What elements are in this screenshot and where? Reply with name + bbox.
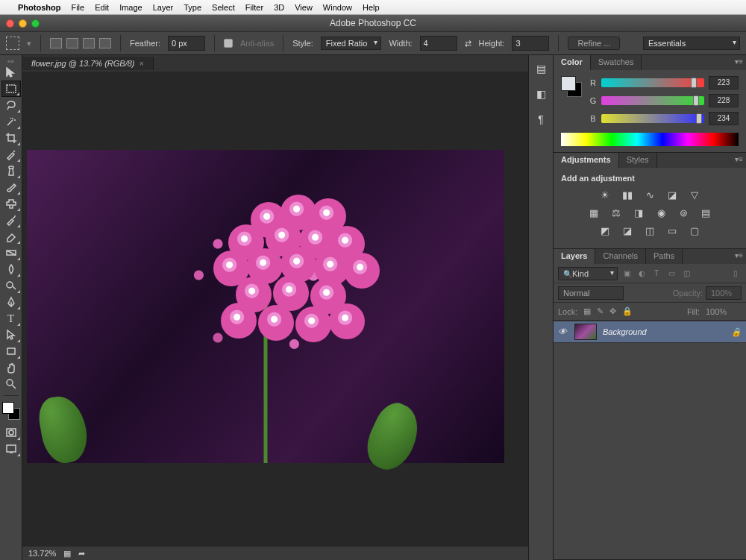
posterize-adjustment-icon[interactable]: ◪	[621, 224, 634, 236]
menu-filter[interactable]: Filter	[245, 3, 263, 12]
filter-adjustment-icon[interactable]: ◐	[636, 269, 648, 278]
curves-adjustment-icon[interactable]: ∿	[643, 189, 656, 201]
current-tool-icon[interactable]	[6, 37, 19, 50]
selection-mode-add[interactable]	[66, 38, 78, 48]
feather-input[interactable]	[168, 36, 205, 51]
exposure-adjustment-icon[interactable]: ◪	[665, 189, 679, 201]
photo-filter-icon[interactable]: ◉	[654, 207, 668, 218]
layers-panel-menu-icon[interactable]: ▾≡	[735, 251, 743, 259]
brush-tool[interactable]	[1, 179, 21, 195]
color-tab[interactable]: Color	[554, 55, 591, 70]
color-swatches[interactable]	[2, 402, 20, 420]
marquee-tool[interactable]	[1, 81, 21, 97]
properties-dock-icon[interactable]: ◧	[533, 88, 548, 100]
hand-tool[interactable]	[1, 359, 21, 376]
menu-type[interactable]: Type	[184, 3, 201, 12]
threshold-adjustment-icon[interactable]: ◫	[643, 224, 656, 236]
menu-window[interactable]: Window	[323, 3, 352, 12]
layers-tab[interactable]: Layers	[554, 249, 595, 264]
menu-edit[interactable]: Edit	[95, 3, 109, 12]
fill-select[interactable]: 100%	[706, 307, 742, 316]
swatches-tab[interactable]: Swatches	[591, 55, 642, 70]
filter-smart-icon[interactable]: ◫	[680, 269, 692, 278]
color-balance-icon[interactable]: ⚖	[609, 207, 623, 218]
lasso-tool[interactable]	[1, 97, 21, 113]
workspace-select[interactable]: Essentials	[643, 37, 740, 50]
g-value[interactable]: 228	[709, 94, 739, 107]
history-dock-icon[interactable]: ▤	[533, 63, 548, 75]
layer-row[interactable]: 👁 Background 🔒	[554, 321, 746, 343]
selection-mode-intersect[interactable]	[99, 38, 111, 48]
b-value[interactable]: 234	[709, 112, 739, 125]
quick-mask-toggle[interactable]	[1, 424, 21, 441]
canvas[interactable]	[27, 150, 504, 463]
magic-wand-tool[interactable]	[1, 113, 21, 130]
history-brush-tool[interactable]	[1, 212, 21, 228]
close-tab-icon[interactable]: ×	[140, 59, 144, 68]
selective-color-icon[interactable]: ▢	[688, 224, 701, 236]
height-input[interactable]	[512, 36, 549, 51]
filter-shape-icon[interactable]: ▭	[665, 269, 677, 278]
gradient-tool[interactable]	[1, 245, 21, 261]
selection-mode-subtract[interactable]	[83, 38, 95, 48]
move-tool[interactable]	[1, 64, 21, 81]
healing-brush-tool[interactable]	[1, 163, 21, 179]
document-tab[interactable]: flower.jpg @ 13.7% (RGB/8)×	[22, 57, 154, 70]
app-name[interactable]: Photoshop	[18, 3, 60, 12]
shape-tool[interactable]	[1, 343, 21, 359]
channels-tab[interactable]: Channels	[595, 249, 645, 264]
menu-image[interactable]: Image	[119, 3, 142, 12]
menu-view[interactable]: View	[295, 3, 313, 12]
zoom-tool[interactable]	[1, 376, 21, 392]
character-dock-icon[interactable]: ¶	[533, 113, 548, 125]
crop-tool[interactable]	[1, 130, 21, 146]
invert-adjustment-icon[interactable]: ◩	[598, 224, 612, 236]
width-input[interactable]	[420, 36, 457, 51]
clone-stamp-tool[interactable]	[1, 195, 21, 212]
brightness-adjustment-icon[interactable]: ☀	[598, 189, 612, 201]
selection-mode-new[interactable]	[50, 38, 62, 48]
menu-select[interactable]: Select	[212, 3, 235, 12]
filter-type-icon[interactable]: T	[651, 269, 662, 278]
refine-edge-button[interactable]: Refine ...	[568, 37, 620, 50]
levels-adjustment-icon[interactable]: ▮▮	[621, 189, 634, 201]
layer-visibility-icon[interactable]: 👁	[558, 327, 568, 337]
styles-tab[interactable]: Styles	[619, 153, 657, 168]
eraser-tool[interactable]	[1, 228, 21, 245]
opacity-select[interactable]: 100%	[706, 286, 742, 300]
filter-pixel-icon[interactable]: ▣	[621, 269, 633, 278]
r-slider[interactable]	[601, 78, 704, 87]
canvas-viewport[interactable]	[22, 72, 528, 547]
zoom-level[interactable]: 13.72%	[28, 549, 56, 558]
spectrum-ramp[interactable]	[561, 133, 739, 146]
g-slider[interactable]	[601, 96, 704, 105]
layer-lock-icon[interactable]: 🔒	[731, 327, 742, 337]
r-value[interactable]: 223	[709, 76, 739, 89]
layer-name[interactable]: Background	[603, 327, 647, 336]
hue-adjustment-icon[interactable]: ▦	[587, 207, 601, 218]
adjustments-tab[interactable]: Adjustments	[554, 153, 619, 168]
menu-layer[interactable]: Layer	[153, 3, 174, 12]
paths-tab[interactable]: Paths	[646, 249, 683, 264]
color-lookup-icon[interactable]: ▤	[699, 207, 712, 218]
layer-filter-select[interactable]: 🔍Kind	[558, 267, 618, 280]
b-slider[interactable]	[601, 114, 704, 123]
gradient-map-icon[interactable]: ▭	[665, 224, 679, 236]
lock-all-icon[interactable]: 🔒	[622, 306, 633, 316]
lock-position-icon[interactable]: ✥	[609, 306, 616, 316]
blur-tool[interactable]	[1, 261, 21, 277]
lock-pixels-icon[interactable]: ✎	[597, 306, 604, 316]
vibrance-adjustment-icon[interactable]: ▽	[688, 189, 701, 201]
path-selection-tool[interactable]	[1, 327, 21, 343]
pen-tool[interactable]	[1, 294, 21, 310]
color-panel-menu-icon[interactable]: ▾≡	[735, 57, 743, 66]
swap-dimensions-icon[interactable]: ⇄	[465, 39, 471, 48]
status-share-icon[interactable]: ➦	[78, 549, 85, 559]
lock-transparency-icon[interactable]: ▦	[583, 306, 591, 316]
dodge-tool[interactable]	[1, 277, 21, 294]
menu-3d[interactable]: 3D	[274, 3, 284, 12]
screen-mode-toggle[interactable]	[1, 441, 21, 457]
filter-toggle-icon[interactable]: ▯	[730, 269, 742, 278]
menu-file[interactable]: File	[71, 3, 84, 12]
layer-thumbnail[interactable]	[574, 324, 597, 340]
